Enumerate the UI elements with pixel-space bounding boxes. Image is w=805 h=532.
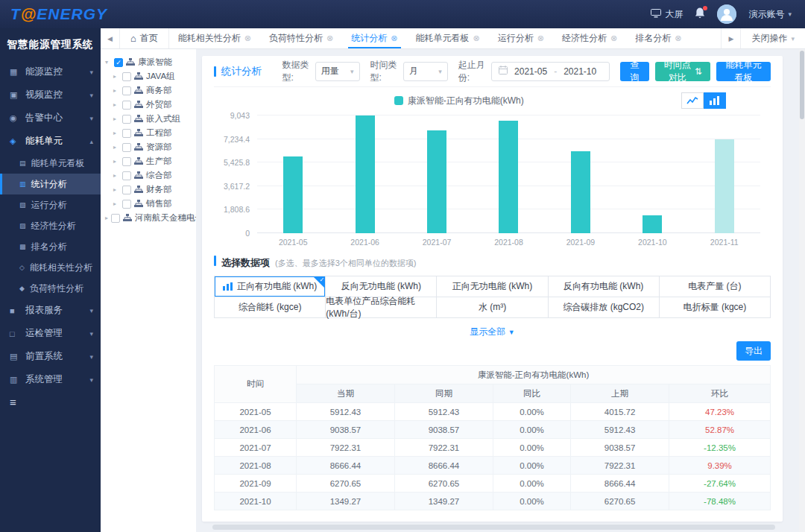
tab-item[interactable]: 运行分析 ⊗ — [489, 28, 553, 48]
table-row[interactable]: 2021-08 8666.44 8666.44 0.00% 7922.31 9.… — [215, 457, 771, 475]
sidebar-item[interactable]: ◈ 能耗单元 ▴ — [0, 130, 101, 153]
close-tab-icon[interactable]: ⊗ — [473, 34, 480, 43]
data-item-option[interactable]: 反向有功电能 (kWh) — [549, 276, 660, 297]
close-operations-menu[interactable]: 关闭操作 ▾ — [740, 28, 805, 48]
tree-checkbox[interactable] — [122, 101, 131, 110]
tab-scroll-right-button[interactable]: ▶ — [721, 28, 740, 48]
sidebar-item[interactable]: ◉ 告警中心 ▾ — [0, 107, 101, 130]
tab-item[interactable]: 排名分析 ⊗ — [626, 28, 690, 48]
table-row[interactable]: 2021-10 1349.27 1349.27 0.00% 6270.65 -7… — [215, 493, 771, 510]
data-item-option[interactable]: 正向有功电能 (kWh) ✓ — [215, 276, 326, 297]
tree-checkbox[interactable] — [122, 186, 131, 194]
expand-arrow-icon[interactable]: ▸ — [113, 144, 119, 151]
tab-item[interactable]: 统计分析 ⊗ — [342, 28, 406, 48]
tree-node[interactable]: ▸ JAVA组 — [105, 69, 196, 83]
close-tab-icon[interactable]: ⊗ — [675, 34, 681, 43]
tree-node[interactable]: ▾ ✓ 康派智能 — [105, 55, 196, 69]
tree-node[interactable]: ▸ 外贸部 — [105, 98, 196, 112]
tree-checkbox[interactable] — [122, 72, 131, 81]
tree-checkbox[interactable] — [122, 115, 131, 124]
data-item-option[interactable]: 正向无功电能 (kWh) — [437, 276, 548, 297]
expand-arrow-icon[interactable]: ▸ — [113, 200, 119, 207]
show-all-link[interactable]: 显示全部 ▼ — [214, 326, 771, 338]
tree-node[interactable]: ▸ 财务部 — [105, 183, 196, 197]
bar-2021-08[interactable] — [499, 121, 518, 233]
tree-node[interactable]: ▸ 嵌入式组 — [105, 112, 196, 126]
close-tab-icon[interactable]: ⊗ — [244, 34, 251, 43]
bar-2021-09[interactable] — [571, 151, 590, 233]
expand-arrow-icon[interactable]: ▸ — [113, 115, 119, 122]
sidebar-subitem[interactable]: ▩ 排名分析 — [0, 236, 101, 257]
horizontal-scrollbar[interactable] — [212, 525, 775, 530]
expand-arrow-icon[interactable]: ▾ — [105, 59, 111, 66]
tree-node[interactable]: ▸ 综合部 — [105, 168, 196, 183]
scrollbar-thumb[interactable] — [800, 51, 804, 119]
sidebar-subitem[interactable]: ▧ 运行分析 — [0, 194, 101, 215]
export-button[interactable]: 导出 — [736, 341, 771, 361]
date-range-picker[interactable]: 2021-05 - 2021-10 — [491, 62, 610, 81]
line-chart-toggle[interactable] — [681, 92, 704, 109]
data-item-option[interactable]: 电折标量 (kgce) — [660, 297, 771, 318]
energy-unit-board-button[interactable]: 能耗单元看板 — [716, 62, 771, 81]
tab-item[interactable]: 经济性分析 ⊗ — [553, 28, 626, 48]
table-row[interactable]: 2021-07 7922.31 7922.31 0.00% 9038.57 -1… — [215, 439, 771, 457]
sidebar-item[interactable]: ▤ 前置系统 ▾ — [0, 345, 101, 368]
data-item-option[interactable]: 综合能耗 (kgce) — [215, 297, 326, 318]
vertical-scrollbar[interactable] — [799, 49, 805, 532]
close-tab-icon[interactable]: ⊗ — [391, 34, 397, 43]
big-screen-button[interactable]: 大屏 — [651, 8, 683, 21]
bar-2021-10[interactable] — [643, 215, 662, 233]
time-type-select[interactable]: 月 ▾ — [403, 62, 448, 81]
avatar[interactable] — [717, 4, 736, 24]
time-compare-button[interactable]: 时间点对比 ⇅ — [655, 62, 710, 81]
tree-node[interactable]: ▸ 生产部 — [105, 154, 196, 168]
data-item-option[interactable]: 电表单位产品综合能耗 (kWh/台) — [326, 297, 437, 318]
table-row[interactable]: 2021-05 5912.43 5912.43 0.00% 4015.72 47… — [215, 403, 771, 421]
tree-node[interactable]: ▸ 工程部 — [105, 126, 196, 140]
tree-checkbox[interactable] — [122, 157, 131, 166]
bar-chart-toggle[interactable] — [704, 92, 726, 109]
expand-arrow-icon[interactable]: ▸ — [113, 87, 119, 94]
sidebar-subitem[interactable]: ◇ 能耗相关性分析 — [0, 257, 101, 278]
sidebar-subitem[interactable]: ▨ 经济性分析 — [0, 215, 101, 236]
data-item-option[interactable]: 综合碳排放 (kgCO2) — [549, 297, 660, 318]
bar-2021-11[interactable] — [715, 139, 734, 233]
data-item-option[interactable]: 电表产量 (台) — [660, 276, 771, 297]
sidebar-item[interactable]: ▥ 系统管理 ▾ — [0, 368, 101, 391]
tree-checkbox[interactable] — [122, 200, 131, 209]
expand-arrow-icon[interactable]: ▸ — [113, 172, 119, 179]
bar-2021-05[interactable] — [283, 156, 303, 233]
sidebar-collapse-toggle[interactable]: ≡ — [0, 391, 101, 413]
tree-checkbox[interactable] — [111, 214, 120, 223]
close-tab-icon[interactable]: ⊗ — [610, 34, 617, 43]
sidebar-item[interactable]: □ 运检管理 ▾ — [0, 322, 101, 345]
account-menu[interactable]: 演示账号 ▾ — [748, 8, 792, 21]
expand-arrow-icon[interactable]: ▸ — [113, 73, 119, 80]
tree-checkbox[interactable] — [122, 129, 131, 138]
tree-node[interactable]: ▸ 河南航天金穗电子有 — [105, 211, 196, 225]
tab-home[interactable]: ⌂ 首页 — [120, 28, 169, 48]
sidebar-item[interactable]: ■ 报表服务 ▾ — [0, 299, 101, 322]
sidebar-item[interactable]: ▦ 能源监控 ▾ — [0, 60, 101, 83]
expand-arrow-icon[interactable]: ▸ — [113, 130, 119, 136]
expand-arrow-icon[interactable]: ▸ — [113, 186, 119, 193]
tree-checkbox[interactable] — [122, 86, 131, 95]
tree-checkbox[interactable]: ✓ — [114, 58, 123, 67]
close-tab-icon[interactable]: ⊗ — [326, 34, 333, 43]
close-tab-icon[interactable]: ⊗ — [537, 34, 544, 43]
data-item-option[interactable]: 水 (m³) — [437, 297, 548, 318]
bar-2021-07[interactable] — [427, 130, 446, 233]
query-button[interactable]: 查询 — [620, 62, 649, 81]
tree-node[interactable]: ▸ 销售部 — [105, 197, 196, 211]
sidebar-item[interactable]: ▣ 视频监控 ▾ — [0, 83, 101, 107]
tab-item[interactable]: 负荷特性分析 ⊗ — [260, 28, 342, 48]
table-row[interactable]: 2021-06 9038.57 9038.57 0.00% 5912.43 52… — [215, 421, 771, 439]
tree-checkbox[interactable] — [122, 143, 131, 152]
tab-item[interactable]: 能耗单元看板 ⊗ — [407, 28, 489, 48]
expand-arrow-icon[interactable]: ▸ — [105, 215, 108, 221]
expand-arrow-icon[interactable]: ▸ — [113, 158, 119, 165]
sidebar-subitem[interactable]: ◆ 负荷特性分析 — [0, 278, 101, 299]
chart-legend[interactable]: 康派智能-正向有功电能(kWh) — [394, 95, 524, 107]
tab-scroll-left-button[interactable]: ◀ — [101, 28, 120, 48]
sidebar-subitem[interactable]: ▤ 能耗单元看板 — [0, 153, 101, 174]
